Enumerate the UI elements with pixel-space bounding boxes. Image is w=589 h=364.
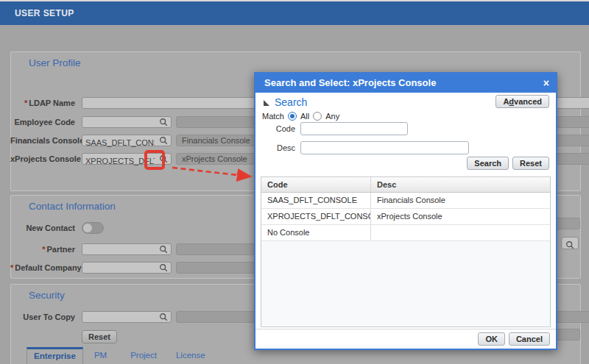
magnifier-icon xyxy=(159,118,168,129)
match-label: Match xyxy=(262,112,284,121)
code-search-label: Code xyxy=(262,122,295,135)
reset-button[interactable]: Reset xyxy=(82,330,117,343)
highlight-box xyxy=(144,150,165,170)
tab-license[interactable]: License xyxy=(169,347,212,364)
column-header-desc[interactable]: Desc xyxy=(370,177,550,192)
employee-code-lookup-button[interactable] xyxy=(158,118,169,126)
financials-console-field xyxy=(82,135,172,146)
user-setup-page: USER SETUP User Profile *LDAP Name Emplo… xyxy=(0,0,589,364)
new-contact-toggle[interactable] xyxy=(82,222,104,234)
page-title: USER SETUP xyxy=(0,1,589,25)
cancel-button[interactable]: Cancel xyxy=(509,332,550,346)
required-marker: * xyxy=(10,263,13,272)
results-table: Code Desc SAAS_DFLT_CONSOLE Financials C… xyxy=(261,176,551,327)
desc-search-input[interactable] xyxy=(301,143,468,155)
column-header-code[interactable]: Code xyxy=(261,177,370,192)
financials-console-input[interactable] xyxy=(82,138,158,148)
match-any-radio[interactable] xyxy=(313,112,322,121)
match-all-label: All xyxy=(300,112,309,121)
cell-code: No Console xyxy=(261,225,370,240)
toggle-knob xyxy=(83,224,92,232)
table-row[interactable]: XPROJECTS_DFLT_CONSOLE xProjects Console xyxy=(261,209,550,225)
financials-console-label: Financials Console xyxy=(10,135,75,147)
partner-lookup-button[interactable] xyxy=(158,245,169,254)
cell-desc xyxy=(370,225,550,240)
desc-search-label: Desc xyxy=(262,141,295,154)
magnifier-icon xyxy=(159,136,168,147)
user-to-copy-field xyxy=(82,311,172,323)
right-column-lookup-button[interactable] xyxy=(561,237,579,249)
employee-code-field xyxy=(82,116,172,128)
xprojects-console-label: xProjects Console xyxy=(10,153,75,165)
employee-code-input[interactable] xyxy=(82,119,158,129)
default-company-field xyxy=(82,262,172,274)
search-button[interactable]: Search xyxy=(467,157,509,170)
magnifier-icon xyxy=(159,245,168,256)
magnifier-icon xyxy=(159,313,168,324)
employee-code-label: Employee Code xyxy=(10,116,75,129)
results-table-header: Code Desc xyxy=(261,177,550,193)
default-company-label: *Default Company xyxy=(10,262,75,274)
user-profile-heading: User Profile xyxy=(29,57,81,68)
match-all-radio[interactable] xyxy=(288,112,297,121)
partner-field xyxy=(82,243,172,255)
default-company-lookup-button[interactable] xyxy=(158,263,169,272)
search-and-select-dialog: Search and Select: xProjects Console × S… xyxy=(254,72,557,350)
user-to-copy-label: User To Copy xyxy=(10,311,75,324)
ok-button[interactable]: OK xyxy=(478,332,505,346)
new-contact-label: New Contact xyxy=(10,222,75,235)
match-row: Match All Any xyxy=(262,112,339,121)
cell-desc: xProjects Console xyxy=(370,209,550,224)
search-reset-buttons: Search Reset xyxy=(467,157,549,170)
user-to-copy-input[interactable] xyxy=(82,314,158,324)
dialog-footer: OK Cancel xyxy=(255,329,556,349)
partner-label: *Partner xyxy=(10,243,75,256)
code-search-row: Code xyxy=(262,122,549,135)
security-heading: Security xyxy=(29,290,65,301)
dialog-title: Search and Select: xProjects Console xyxy=(255,74,556,93)
table-row[interactable]: No Console xyxy=(261,225,550,241)
cell-code: XPROJECTS_DFLT_CONSOLE xyxy=(261,209,370,224)
required-marker: * xyxy=(42,245,45,254)
advanced-button[interactable]: Advanced xyxy=(495,95,549,108)
match-any-label: Any xyxy=(325,112,339,121)
required-marker: * xyxy=(24,99,27,107)
code-search-input[interactable] xyxy=(301,124,407,136)
code-search-field xyxy=(300,122,408,135)
cell-desc: Financials Console xyxy=(370,193,550,208)
financials-console-lookup-button[interactable] xyxy=(158,136,169,145)
tab-enterprise[interactable]: Enterprise xyxy=(27,347,83,364)
reset-search-button[interactable]: Reset xyxy=(512,157,549,170)
partner-input[interactable] xyxy=(82,246,158,257)
ldap-name-label: *LDAP Name xyxy=(10,97,75,110)
tab-project[interactable]: Project xyxy=(124,347,163,364)
user-to-copy-lookup-button[interactable] xyxy=(158,313,169,321)
cell-code: SAAS_DFLT_CONSOLE xyxy=(261,193,370,208)
close-icon[interactable]: × xyxy=(543,74,549,93)
tab-pm[interactable]: PM xyxy=(88,347,113,364)
desc-search-field xyxy=(300,141,469,154)
magnifier-icon xyxy=(159,263,168,274)
desc-search-row: Desc xyxy=(262,141,549,154)
table-row[interactable]: SAAS_DFLT_CONSOLE Financials Console xyxy=(261,193,550,209)
disclosure-triangle-icon[interactable] xyxy=(264,100,269,106)
search-section-heading[interactable]: Search xyxy=(275,96,307,108)
default-company-input[interactable] xyxy=(82,265,158,275)
magnifier-icon xyxy=(565,239,574,252)
contact-information-heading: Contact Information xyxy=(29,201,116,212)
